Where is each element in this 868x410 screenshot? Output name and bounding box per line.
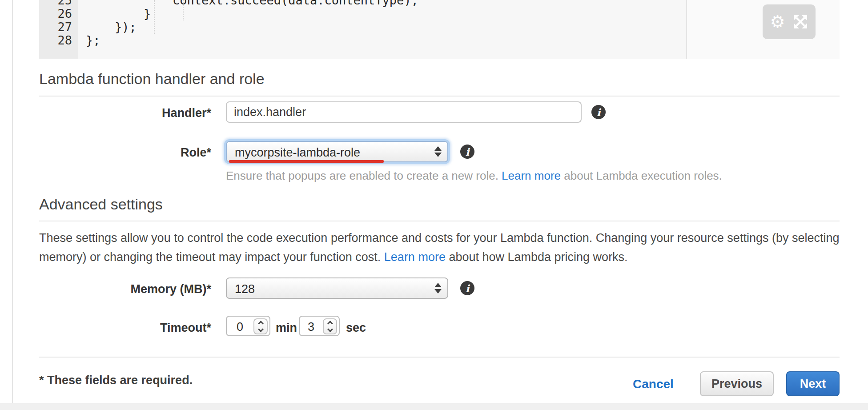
learn-more-roles-link[interactable]: Learn more xyxy=(502,169,561,182)
timeout-minutes-value: 0 xyxy=(237,320,243,334)
code-line: context.succeed(data.contentType); xyxy=(86,0,418,7)
cancel-button[interactable]: Cancel xyxy=(633,377,674,391)
code-line: } xyxy=(86,7,151,20)
timeout-seconds-value: 3 xyxy=(308,320,314,334)
next-button[interactable]: Next xyxy=(786,371,840,396)
memory-select-value: 128 xyxy=(235,282,255,296)
stepper-up-icon[interactable] xyxy=(327,321,333,326)
required-fields-note: * These fields are required. xyxy=(39,374,193,387)
page-bottom-strip xyxy=(0,403,868,410)
role-info-icon[interactable]: i xyxy=(460,145,474,159)
handler-label: Handler* xyxy=(39,106,211,120)
stepper-down-icon[interactable] xyxy=(327,326,333,332)
code-line: }; xyxy=(86,34,100,47)
timeout-seconds-stepper[interactable] xyxy=(323,318,337,334)
memory-label: Memory (MB)* xyxy=(39,282,211,296)
editor-settings-gear-icon[interactable]: ⚙ xyxy=(770,13,785,30)
advanced-settings-section-title: Advanced settings xyxy=(39,196,163,213)
advanced-settings-description: These settings allow you to control the … xyxy=(39,229,840,267)
stepper-down-icon[interactable] xyxy=(258,326,264,332)
learn-more-pricing-link[interactable]: Learn more xyxy=(384,250,446,264)
description-suffix: about how Lambda pricing works. xyxy=(446,250,628,264)
line-number: 28 xyxy=(41,34,72,47)
role-select[interactable]: mycorpsite-lambda-role xyxy=(226,141,448,162)
editor-toolbar: ⚙ xyxy=(763,4,816,39)
timeout-min-unit-label: min xyxy=(276,321,297,335)
window-left-border xyxy=(12,0,13,410)
code-editor[interactable]: 25 26 27 28 context.succeed(data.content… xyxy=(39,0,840,59)
role-label: Role* xyxy=(39,146,211,160)
code-line: }); xyxy=(86,20,137,34)
timeout-minutes-stepper[interactable] xyxy=(253,318,268,334)
editor-print-margin-line xyxy=(686,0,687,59)
lambda-config-page: 25 26 27 28 context.succeed(data.content… xyxy=(0,0,868,410)
role-help-suffix: about Lambda execution roles. xyxy=(561,169,722,182)
spellcheck-underline xyxy=(229,160,384,163)
divider xyxy=(39,221,840,221)
divider xyxy=(39,96,840,96)
handler-input[interactable] xyxy=(226,101,582,123)
line-number: 25 xyxy=(41,0,72,7)
memory-select[interactable]: 128 xyxy=(226,277,448,299)
timeout-minutes-input[interactable]: 0 xyxy=(226,316,270,336)
role-select-value: mycorpsite-lambda-role xyxy=(235,146,360,160)
handler-info-icon[interactable]: i xyxy=(591,105,606,119)
divider xyxy=(39,357,840,358)
previous-button[interactable]: Previous xyxy=(700,371,774,396)
editor-gutter: 25 26 27 28 xyxy=(39,0,78,59)
handler-role-section-title: Lambda function handler and role xyxy=(39,70,265,88)
memory-info-icon[interactable]: i xyxy=(460,281,474,295)
role-help-prefix: Ensure that popups are enabled to create… xyxy=(226,169,502,182)
timeout-sec-unit-label: sec xyxy=(346,321,366,335)
stepper-up-icon[interactable] xyxy=(258,321,264,326)
select-arrows-icon xyxy=(434,283,442,293)
role-help-text: Ensure that popups are enabled to create… xyxy=(226,169,722,183)
line-number: 26 xyxy=(41,7,72,20)
timeout-label: Timeout* xyxy=(39,321,211,335)
select-arrows-icon xyxy=(434,146,442,157)
timeout-seconds-input[interactable]: 3 xyxy=(299,316,340,336)
line-number: 27 xyxy=(41,20,72,34)
editor-fullscreen-expand-icon[interactable] xyxy=(792,14,808,30)
